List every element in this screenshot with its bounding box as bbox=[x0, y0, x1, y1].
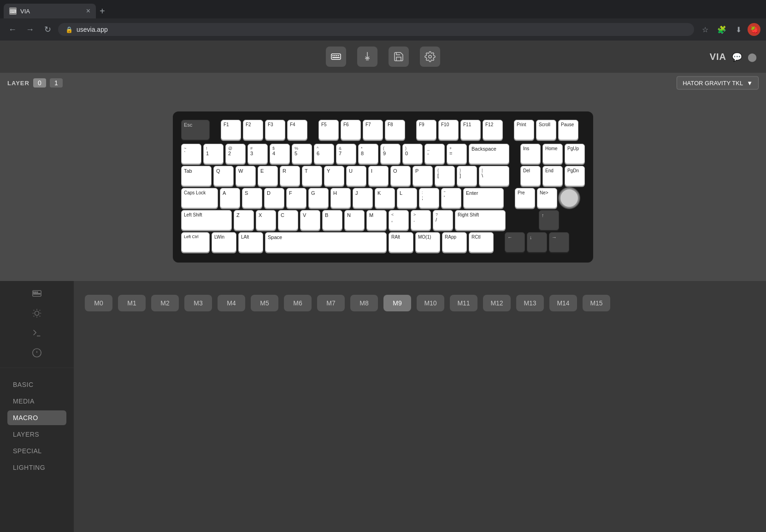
key-space[interactable]: Space bbox=[265, 232, 387, 252]
key-pgdn[interactable]: PgDn bbox=[565, 166, 585, 186]
key-rctl[interactable]: RCtl bbox=[469, 232, 494, 252]
key-4[interactable]: $4 bbox=[270, 144, 290, 164]
key-up[interactable]: ↑ bbox=[539, 210, 559, 230]
sidebar-item-lighting[interactable]: LIGHTING bbox=[7, 460, 66, 475]
macro-m7-button[interactable]: M7 bbox=[317, 295, 345, 311]
key-y[interactable]: Y bbox=[324, 166, 344, 186]
key-8[interactable]: *8 bbox=[358, 144, 378, 164]
url-bar[interactable]: 🔒 usevia.app bbox=[58, 23, 694, 36]
key-backslash[interactable]: |\ bbox=[479, 166, 509, 186]
macro-m13-button[interactable]: M13 bbox=[516, 295, 544, 311]
key-minus[interactable]: _- bbox=[424, 144, 445, 164]
layer-0-button[interactable]: 0 bbox=[33, 78, 46, 88]
key-z[interactable]: Z bbox=[234, 210, 254, 230]
macro-m4-button[interactable]: M4 bbox=[218, 295, 245, 311]
sidebar-item-special[interactable]: SPECIAL bbox=[7, 444, 66, 458]
key-7[interactable]: &7 bbox=[336, 144, 356, 164]
key-insert[interactable]: Ins bbox=[520, 144, 541, 164]
settings-nav-icon[interactable] bbox=[420, 47, 440, 67]
device-selector[interactable]: HATOR GRAVITY TKL ▼ bbox=[677, 76, 759, 90]
extensions-button[interactable]: 🧩 bbox=[714, 22, 729, 37]
sidebar-item-layers[interactable]: LAYERS bbox=[7, 427, 66, 442]
key-9[interactable]: (9 bbox=[380, 144, 401, 164]
key-tilde[interactable]: ~` bbox=[181, 144, 201, 164]
key-left-shift[interactable]: Left Shift bbox=[181, 210, 232, 230]
sidebar-item-macro[interactable]: MACRO bbox=[7, 410, 66, 425]
key-f8[interactable]: F8 bbox=[385, 120, 405, 140]
macro-m15-button[interactable]: M15 bbox=[583, 295, 610, 311]
key-o[interactable]: O bbox=[390, 166, 411, 186]
key-next[interactable]: Ne> bbox=[537, 188, 557, 208]
key-f9[interactable]: F9 bbox=[416, 120, 436, 140]
sidebar-icon-tip[interactable] bbox=[32, 348, 42, 360]
key-capslock[interactable]: Caps Lock bbox=[181, 188, 218, 208]
key-lwin[interactable]: LWin bbox=[212, 232, 236, 252]
key-q[interactable]: Q bbox=[213, 166, 234, 186]
forward-button[interactable]: → bbox=[23, 23, 37, 36]
key-g[interactable]: G bbox=[308, 188, 329, 208]
macro-m0-button[interactable]: M0 bbox=[85, 295, 112, 311]
key-scroll[interactable]: Scroll bbox=[536, 120, 556, 140]
key-semicolon[interactable]: :; bbox=[419, 188, 439, 208]
key-w[interactable]: W bbox=[236, 166, 256, 186]
keyboard-nav-icon[interactable] bbox=[326, 47, 346, 67]
macro-m3-button[interactable]: M3 bbox=[184, 295, 212, 311]
star-button[interactable]: ☆ bbox=[698, 22, 713, 37]
profile-icon[interactable]: 🍓 bbox=[748, 23, 760, 36]
usb-nav-icon[interactable] bbox=[357, 47, 377, 67]
key-comma[interactable]: <, bbox=[389, 210, 409, 230]
key-6[interactable]: ^6 bbox=[314, 144, 334, 164]
key-delete[interactable]: Del bbox=[520, 166, 541, 186]
key-rbracket[interactable]: }] bbox=[457, 166, 477, 186]
macro-m1-button[interactable]: M1 bbox=[118, 295, 146, 311]
key-f[interactable]: F bbox=[286, 188, 306, 208]
macro-m5-button[interactable]: M5 bbox=[251, 295, 278, 311]
key-v[interactable]: V bbox=[300, 210, 320, 230]
key-k[interactable]: K bbox=[375, 188, 395, 208]
key-f5[interactable]: F5 bbox=[318, 120, 339, 140]
key-f2[interactable]: F2 bbox=[243, 120, 263, 140]
macro-m14-button[interactable]: M14 bbox=[549, 295, 577, 311]
download-button[interactable]: ⬇ bbox=[731, 22, 746, 37]
key-p[interactable]: P bbox=[412, 166, 433, 186]
key-r[interactable]: R bbox=[280, 166, 300, 186]
key-f1[interactable]: F1 bbox=[221, 120, 241, 140]
key-0[interactable]: )0 bbox=[402, 144, 423, 164]
macro-m10-button[interactable]: M10 bbox=[417, 295, 444, 311]
sidebar-item-basic[interactable]: BASIC bbox=[7, 377, 66, 392]
key-backspace[interactable]: Backspace bbox=[469, 144, 509, 164]
key-slash[interactable]: ?/ bbox=[433, 210, 453, 230]
key-end[interactable]: End bbox=[542, 166, 563, 186]
macro-m6-button[interactable]: M6 bbox=[284, 295, 312, 311]
browser-tab[interactable]: ⌨ VIA × bbox=[4, 4, 96, 18]
key-right-shift[interactable]: Right Shift bbox=[455, 210, 506, 230]
key-period[interactable]: >. bbox=[411, 210, 431, 230]
tab-close-button[interactable]: × bbox=[86, 7, 90, 15]
key-i[interactable]: I bbox=[368, 166, 389, 186]
key-3[interactable]: #3 bbox=[247, 144, 268, 164]
new-tab-button[interactable]: + bbox=[96, 4, 109, 18]
key-left-ctrl[interactable]: Left Ctrl bbox=[181, 232, 210, 252]
key-t[interactable]: T bbox=[302, 166, 322, 186]
key-f12[interactable]: F12 bbox=[483, 120, 503, 140]
github-icon[interactable]: ⬤ bbox=[748, 52, 757, 62]
key-home[interactable]: Home bbox=[542, 144, 563, 164]
key-ralt[interactable]: RAlt bbox=[389, 232, 413, 252]
key-2[interactable]: @2 bbox=[225, 144, 246, 164]
key-pre[interactable]: Pre bbox=[515, 188, 535, 208]
key-m[interactable]: M bbox=[366, 210, 387, 230]
sidebar-icon-macros[interactable] bbox=[32, 328, 42, 340]
key-c[interactable]: C bbox=[278, 210, 298, 230]
key-x[interactable]: X bbox=[256, 210, 276, 230]
key-enter[interactable]: Enter bbox=[463, 188, 504, 208]
key-f6[interactable]: F6 bbox=[341, 120, 361, 140]
refresh-button[interactable]: ↻ bbox=[41, 23, 54, 36]
key-d[interactable]: D bbox=[264, 188, 284, 208]
key-f10[interactable]: F10 bbox=[438, 120, 459, 140]
key-down[interactable]: ↓ bbox=[527, 232, 547, 252]
back-button[interactable]: ← bbox=[6, 23, 19, 36]
key-pgup[interactable]: PgUp bbox=[565, 144, 585, 164]
key-left[interactable]: ← bbox=[505, 232, 525, 252]
sidebar-icon-keymap[interactable] bbox=[32, 288, 42, 301]
key-rapp[interactable]: RApp bbox=[442, 232, 467, 252]
